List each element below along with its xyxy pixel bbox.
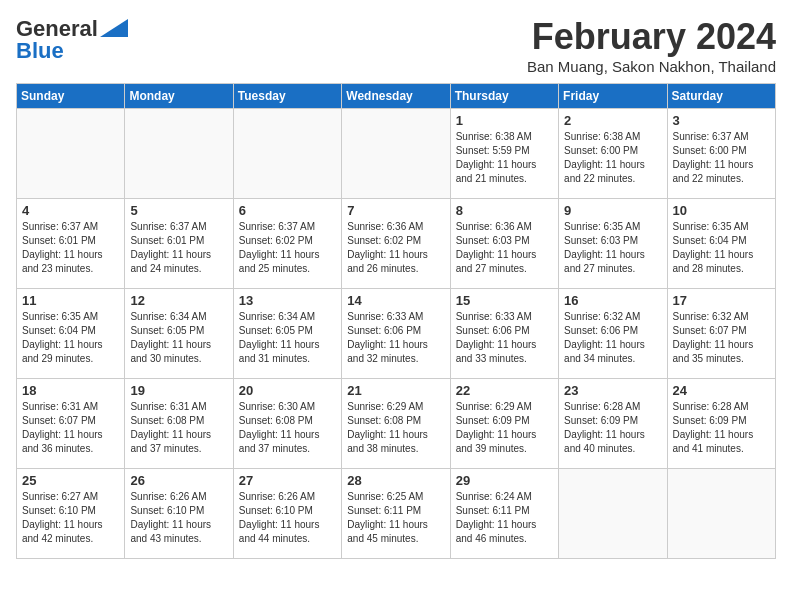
calendar-cell bbox=[125, 109, 233, 199]
day-number: 22 bbox=[456, 383, 553, 398]
day-info: Sunrise: 6:26 AM Sunset: 6:10 PM Dayligh… bbox=[130, 490, 227, 546]
calendar-cell: 8Sunrise: 6:36 AM Sunset: 6:03 PM Daylig… bbox=[450, 199, 558, 289]
day-number: 28 bbox=[347, 473, 444, 488]
day-info: Sunrise: 6:36 AM Sunset: 6:03 PM Dayligh… bbox=[456, 220, 553, 276]
day-number: 18 bbox=[22, 383, 119, 398]
calendar-cell: 11Sunrise: 6:35 AM Sunset: 6:04 PM Dayli… bbox=[17, 289, 125, 379]
calendar-week-row: 1Sunrise: 6:38 AM Sunset: 5:59 PM Daylig… bbox=[17, 109, 776, 199]
calendar-cell: 27Sunrise: 6:26 AM Sunset: 6:10 PM Dayli… bbox=[233, 469, 341, 559]
column-header-saturday: Saturday bbox=[667, 84, 775, 109]
day-info: Sunrise: 6:38 AM Sunset: 6:00 PM Dayligh… bbox=[564, 130, 661, 186]
day-info: Sunrise: 6:36 AM Sunset: 6:02 PM Dayligh… bbox=[347, 220, 444, 276]
day-info: Sunrise: 6:27 AM Sunset: 6:10 PM Dayligh… bbox=[22, 490, 119, 546]
calendar-week-row: 25Sunrise: 6:27 AM Sunset: 6:10 PM Dayli… bbox=[17, 469, 776, 559]
day-info: Sunrise: 6:24 AM Sunset: 6:11 PM Dayligh… bbox=[456, 490, 553, 546]
calendar-cell: 20Sunrise: 6:30 AM Sunset: 6:08 PM Dayli… bbox=[233, 379, 341, 469]
calendar-title: February 2024 bbox=[527, 16, 776, 58]
calendar-cell: 15Sunrise: 6:33 AM Sunset: 6:06 PM Dayli… bbox=[450, 289, 558, 379]
calendar-cell: 10Sunrise: 6:35 AM Sunset: 6:04 PM Dayli… bbox=[667, 199, 775, 289]
day-info: Sunrise: 6:35 AM Sunset: 6:03 PM Dayligh… bbox=[564, 220, 661, 276]
calendar-week-row: 4Sunrise: 6:37 AM Sunset: 6:01 PM Daylig… bbox=[17, 199, 776, 289]
day-info: Sunrise: 6:25 AM Sunset: 6:11 PM Dayligh… bbox=[347, 490, 444, 546]
column-header-thursday: Thursday bbox=[450, 84, 558, 109]
day-info: Sunrise: 6:35 AM Sunset: 6:04 PM Dayligh… bbox=[22, 310, 119, 366]
day-info: Sunrise: 6:30 AM Sunset: 6:08 PM Dayligh… bbox=[239, 400, 336, 456]
column-header-wednesday: Wednesday bbox=[342, 84, 450, 109]
calendar-cell: 7Sunrise: 6:36 AM Sunset: 6:02 PM Daylig… bbox=[342, 199, 450, 289]
calendar-subtitle: Ban Muang, Sakon Nakhon, Thailand bbox=[527, 58, 776, 75]
column-header-tuesday: Tuesday bbox=[233, 84, 341, 109]
calendar-cell bbox=[342, 109, 450, 199]
day-info: Sunrise: 6:37 AM Sunset: 6:01 PM Dayligh… bbox=[130, 220, 227, 276]
calendar-body: 1Sunrise: 6:38 AM Sunset: 5:59 PM Daylig… bbox=[17, 109, 776, 559]
day-info: Sunrise: 6:29 AM Sunset: 6:09 PM Dayligh… bbox=[456, 400, 553, 456]
day-number: 11 bbox=[22, 293, 119, 308]
day-number: 4 bbox=[22, 203, 119, 218]
day-info: Sunrise: 6:32 AM Sunset: 6:07 PM Dayligh… bbox=[673, 310, 770, 366]
calendar-cell: 25Sunrise: 6:27 AM Sunset: 6:10 PM Dayli… bbox=[17, 469, 125, 559]
calendar-cell: 18Sunrise: 6:31 AM Sunset: 6:07 PM Dayli… bbox=[17, 379, 125, 469]
calendar-cell bbox=[559, 469, 667, 559]
day-number: 23 bbox=[564, 383, 661, 398]
day-number: 20 bbox=[239, 383, 336, 398]
day-number: 10 bbox=[673, 203, 770, 218]
day-number: 12 bbox=[130, 293, 227, 308]
day-info: Sunrise: 6:37 AM Sunset: 6:01 PM Dayligh… bbox=[22, 220, 119, 276]
day-number: 19 bbox=[130, 383, 227, 398]
day-info: Sunrise: 6:26 AM Sunset: 6:10 PM Dayligh… bbox=[239, 490, 336, 546]
day-info: Sunrise: 6:34 AM Sunset: 6:05 PM Dayligh… bbox=[239, 310, 336, 366]
calendar-cell: 23Sunrise: 6:28 AM Sunset: 6:09 PM Dayli… bbox=[559, 379, 667, 469]
day-info: Sunrise: 6:31 AM Sunset: 6:08 PM Dayligh… bbox=[130, 400, 227, 456]
calendar-cell: 22Sunrise: 6:29 AM Sunset: 6:09 PM Dayli… bbox=[450, 379, 558, 469]
day-number: 15 bbox=[456, 293, 553, 308]
calendar-cell bbox=[17, 109, 125, 199]
logo: General Blue bbox=[16, 16, 128, 64]
day-number: 14 bbox=[347, 293, 444, 308]
day-info: Sunrise: 6:37 AM Sunset: 6:00 PM Dayligh… bbox=[673, 130, 770, 186]
calendar-cell: 3Sunrise: 6:37 AM Sunset: 6:00 PM Daylig… bbox=[667, 109, 775, 199]
day-number: 13 bbox=[239, 293, 336, 308]
day-info: Sunrise: 6:33 AM Sunset: 6:06 PM Dayligh… bbox=[456, 310, 553, 366]
day-number: 6 bbox=[239, 203, 336, 218]
day-number: 9 bbox=[564, 203, 661, 218]
svg-marker-0 bbox=[100, 19, 128, 37]
calendar-cell: 24Sunrise: 6:28 AM Sunset: 6:09 PM Dayli… bbox=[667, 379, 775, 469]
logo-blue: Blue bbox=[16, 38, 64, 64]
day-info: Sunrise: 6:35 AM Sunset: 6:04 PM Dayligh… bbox=[673, 220, 770, 276]
calendar-cell: 1Sunrise: 6:38 AM Sunset: 5:59 PM Daylig… bbox=[450, 109, 558, 199]
day-number: 8 bbox=[456, 203, 553, 218]
calendar-cell bbox=[667, 469, 775, 559]
calendar-cell: 28Sunrise: 6:25 AM Sunset: 6:11 PM Dayli… bbox=[342, 469, 450, 559]
day-info: Sunrise: 6:29 AM Sunset: 6:08 PM Dayligh… bbox=[347, 400, 444, 456]
column-header-monday: Monday bbox=[125, 84, 233, 109]
calendar-cell: 26Sunrise: 6:26 AM Sunset: 6:10 PM Dayli… bbox=[125, 469, 233, 559]
calendar-header-row: SundayMondayTuesdayWednesdayThursdayFrid… bbox=[17, 84, 776, 109]
day-info: Sunrise: 6:31 AM Sunset: 6:07 PM Dayligh… bbox=[22, 400, 119, 456]
calendar-cell: 9Sunrise: 6:35 AM Sunset: 6:03 PM Daylig… bbox=[559, 199, 667, 289]
day-number: 17 bbox=[673, 293, 770, 308]
calendar-cell: 29Sunrise: 6:24 AM Sunset: 6:11 PM Dayli… bbox=[450, 469, 558, 559]
day-info: Sunrise: 6:28 AM Sunset: 6:09 PM Dayligh… bbox=[673, 400, 770, 456]
calendar-cell: 12Sunrise: 6:34 AM Sunset: 6:05 PM Dayli… bbox=[125, 289, 233, 379]
calendar-week-row: 18Sunrise: 6:31 AM Sunset: 6:07 PM Dayli… bbox=[17, 379, 776, 469]
calendar-week-row: 11Sunrise: 6:35 AM Sunset: 6:04 PM Dayli… bbox=[17, 289, 776, 379]
day-info: Sunrise: 6:33 AM Sunset: 6:06 PM Dayligh… bbox=[347, 310, 444, 366]
page-header: General Blue February 2024 Ban Muang, Sa… bbox=[16, 16, 776, 75]
calendar-cell: 17Sunrise: 6:32 AM Sunset: 6:07 PM Dayli… bbox=[667, 289, 775, 379]
day-info: Sunrise: 6:38 AM Sunset: 5:59 PM Dayligh… bbox=[456, 130, 553, 186]
calendar-cell: 13Sunrise: 6:34 AM Sunset: 6:05 PM Dayli… bbox=[233, 289, 341, 379]
calendar-cell: 19Sunrise: 6:31 AM Sunset: 6:08 PM Dayli… bbox=[125, 379, 233, 469]
calendar-table: SundayMondayTuesdayWednesdayThursdayFrid… bbox=[16, 83, 776, 559]
day-number: 27 bbox=[239, 473, 336, 488]
day-number: 29 bbox=[456, 473, 553, 488]
day-number: 7 bbox=[347, 203, 444, 218]
column-header-sunday: Sunday bbox=[17, 84, 125, 109]
day-number: 21 bbox=[347, 383, 444, 398]
day-info: Sunrise: 6:28 AM Sunset: 6:09 PM Dayligh… bbox=[564, 400, 661, 456]
day-info: Sunrise: 6:32 AM Sunset: 6:06 PM Dayligh… bbox=[564, 310, 661, 366]
calendar-cell: 14Sunrise: 6:33 AM Sunset: 6:06 PM Dayli… bbox=[342, 289, 450, 379]
calendar-cell bbox=[233, 109, 341, 199]
calendar-cell: 2Sunrise: 6:38 AM Sunset: 6:00 PM Daylig… bbox=[559, 109, 667, 199]
calendar-cell: 21Sunrise: 6:29 AM Sunset: 6:08 PM Dayli… bbox=[342, 379, 450, 469]
day-number: 16 bbox=[564, 293, 661, 308]
